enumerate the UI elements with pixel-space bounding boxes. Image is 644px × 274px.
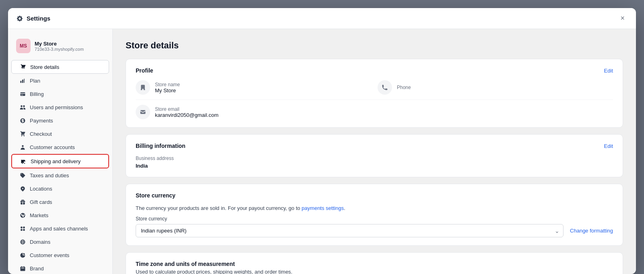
sidebar-label-billing: Billing <box>30 91 44 97</box>
sidebar-item-taxes-duties[interactable]: Taxes and duties <box>11 169 109 182</box>
location-icon <box>19 185 26 192</box>
currency-select-label: Store currency <box>136 216 613 222</box>
taxes-icon <box>19 172 26 179</box>
main-content: Store details Profile Edit Store name My… <box>113 29 636 274</box>
sidebar-item-customer-events[interactable]: Customer events <box>11 249 109 262</box>
email-icon-circle <box>136 105 150 119</box>
timezone-section-desc: Used to calculate product prices, shippi… <box>136 269 613 274</box>
timezone-card: Time zone and units of measurement Used … <box>126 252 623 274</box>
brand-icon <box>19 265 26 272</box>
billing-title: Billing information <box>136 143 186 149</box>
phone-field: Phone <box>378 80 613 95</box>
phone-icon-circle <box>378 80 392 95</box>
sidebar-label-taxes: Taxes and duties <box>30 172 69 179</box>
billing-address: Business address India <box>136 156 613 169</box>
profile-fields-row1: Store name My Store Phone <box>136 80 613 95</box>
customer-icon <box>19 144 26 150</box>
profile-fields-row2: Store email karanvirdi2050@gmail.com <box>136 100 613 119</box>
currency-select-wrapper: Indian rupees (INR) US dollars (USD) Eur… <box>136 224 564 237</box>
settings-modal: Settings × MS My Store 710e33-3.myshopif… <box>8 8 636 274</box>
sidebar-label-shipping: Shipping and delivery <box>31 158 80 164</box>
sidebar-item-customer-accounts[interactable]: Customer accounts <box>11 141 109 154</box>
currency-card-header: Store currency <box>136 192 613 199</box>
sidebar-label-customer-events: Customer events <box>30 252 69 258</box>
currency-title: Store currency <box>136 192 175 199</box>
sidebar-label-apps: Apps and sales channels <box>30 226 88 232</box>
store-name: My Store <box>35 41 84 47</box>
profile-card: Profile Edit Store name My Store <box>126 59 623 128</box>
billing-edit-button[interactable]: Edit <box>604 143 613 149</box>
sidebar-label-markets: Markets <box>30 212 48 218</box>
sidebar-item-users-permissions[interactable]: Users and permissions <box>11 101 109 114</box>
store-name-value: My Store <box>155 87 180 93</box>
sidebar-item-gift-cards[interactable]: Gift cards <box>11 195 109 208</box>
sidebar-item-markets[interactable]: Markets <box>11 209 109 222</box>
email-icon <box>140 109 146 115</box>
billing-card-header: Billing information Edit <box>136 143 613 149</box>
store-avatar: MS <box>16 39 31 53</box>
store-meta: My Store 710e33-3.myshopify.com <box>35 41 84 52</box>
phone-field-text: Phone <box>397 85 411 90</box>
change-formatting-button[interactable]: Change formatting <box>570 228 613 234</box>
sidebar-item-checkout[interactable]: Checkout <box>11 127 109 140</box>
sidebar-label-payments: Payments <box>30 118 53 124</box>
profile-edit-button[interactable]: Edit <box>604 68 613 74</box>
store-name-icon-circle <box>136 80 150 95</box>
modal-title: Settings <box>27 15 50 22</box>
header-left: Settings <box>16 15 50 22</box>
domains-icon <box>19 239 26 245</box>
sidebar-label-brand: Brand <box>30 266 44 272</box>
profile-title: Profile <box>136 67 153 74</box>
store-name-field-text: Store name My Store <box>155 82 180 93</box>
sidebar-item-apps-sales-channels[interactable]: Apps and sales channels <box>11 222 109 235</box>
billing-card: Billing information Edit Business addres… <box>126 134 623 177</box>
store-icon <box>20 64 26 70</box>
email-value: karanvirdi2050@gmail.com <box>155 112 219 118</box>
close-button[interactable]: × <box>617 12 628 24</box>
sidebar-item-billing[interactable]: Billing <box>11 87 109 100</box>
events-icon <box>19 252 26 258</box>
sidebar-label-users: Users and permissions <box>30 104 83 110</box>
sidebar-item-domains[interactable]: Domains <box>11 235 109 248</box>
settings-icon <box>16 15 23 22</box>
store-info: MS My Store 710e33-3.myshopify.com <box>8 35 112 60</box>
sidebar-label-locations: Locations <box>30 186 52 192</box>
sidebar-item-shipping-delivery[interactable]: Shipping and delivery <box>11 154 109 168</box>
sidebar-item-plan[interactable]: Plan <box>11 74 109 87</box>
sidebar-label-checkout: Checkout <box>30 131 52 137</box>
email-field-container: Store email karanvirdi2050@gmail.com <box>136 105 613 119</box>
timezone-section-title: Time zone and units of measurement <box>136 261 613 267</box>
store-name-label: Store name <box>155 82 180 87</box>
email-field-text: Store email karanvirdi2050@gmail.com <box>155 106 219 118</box>
store-name-field: Store name My Store <box>136 80 371 95</box>
checkout-icon <box>19 131 26 137</box>
currency-desc-text: The currency your products are sold in. … <box>136 205 300 211</box>
building-icon <box>140 84 146 91</box>
payments-settings-link[interactable]: payments settings <box>301 205 344 211</box>
sidebar-item-store-details[interactable]: Store details <box>11 60 109 74</box>
sidebar-label-gift-cards: Gift cards <box>30 199 52 205</box>
plan-icon <box>19 77 26 84</box>
gift-icon <box>19 199 26 205</box>
email-label: Store email <box>155 106 219 112</box>
page-title: Store details <box>126 40 623 51</box>
currency-select[interactable]: Indian rupees (INR) US dollars (USD) Eur… <box>136 224 564 237</box>
sidebar-item-brand[interactable]: Brand <box>11 262 109 274</box>
store-url: 710e33-3.myshopify.com <box>35 47 84 52</box>
currency-description: The currency your products are sold in. … <box>136 205 613 211</box>
currency-card: Store currency The currency your product… <box>126 184 623 246</box>
sidebar-item-payments[interactable]: Payments <box>11 114 109 127</box>
shipping-icon <box>20 158 27 164</box>
sidebar-item-locations[interactable]: Locations <box>11 182 109 195</box>
profile-card-header: Profile Edit <box>136 67 613 74</box>
sidebar: MS My Store 710e33-3.myshopify.com Store… <box>8 29 113 274</box>
sidebar-label-customer-accounts: Customer accounts <box>30 144 75 150</box>
billing-address-value: India <box>136 163 613 169</box>
modal-header: Settings × <box>8 8 636 29</box>
markets-icon <box>19 212 26 218</box>
sidebar-label-domains: Domains <box>30 239 50 245</box>
sidebar-label-plan: Plan <box>30 78 40 84</box>
billing-icon <box>19 91 26 97</box>
apps-icon <box>19 225 26 232</box>
users-icon <box>19 104 26 110</box>
